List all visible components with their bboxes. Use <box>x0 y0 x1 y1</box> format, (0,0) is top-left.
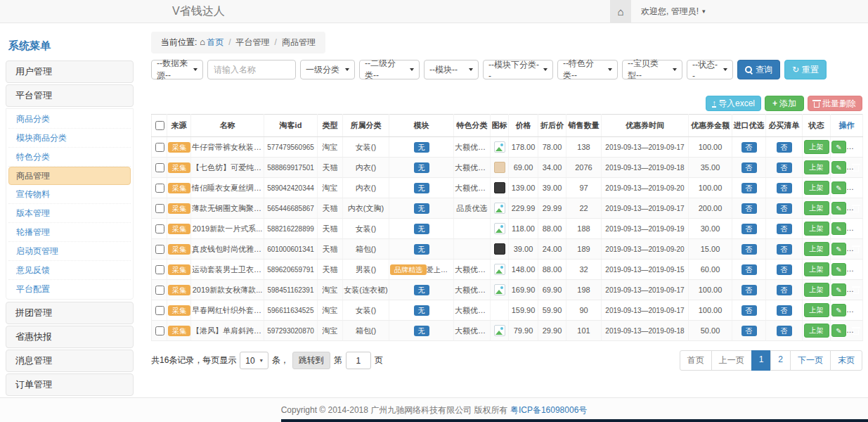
row-checkbox[interactable] <box>155 326 164 335</box>
sidebar-group-bottom-3[interactable]: 订单管理 <box>6 373 134 396</box>
must-buy-badge[interactable]: 否 <box>777 162 792 173</box>
import-select-badge[interactable]: 否 <box>741 326 757 336</box>
page-button-4[interactable]: 下一页 <box>790 350 831 371</box>
reset-button[interactable]: ↻重置 <box>784 60 827 79</box>
module-select[interactable]: --模块-- <box>424 60 479 79</box>
sidebar-group-bottom-1[interactable]: 省惠快报 <box>6 326 134 348</box>
must-buy-badge[interactable]: 否 <box>777 183 792 193</box>
edit-button[interactable]: ✎ <box>831 181 846 194</box>
product-type: 天猫 <box>318 219 343 239</box>
select-all-checkbox[interactable] <box>155 121 164 130</box>
import-select-badge[interactable]: 否 <box>741 162 757 173</box>
edit-button[interactable]: ✎ <box>831 222 846 235</box>
must-buy-badge[interactable]: 否 <box>777 224 792 234</box>
status-button[interactable]: 上架 <box>804 181 829 195</box>
level1-category-select[interactable]: 一级分类 <box>300 60 355 79</box>
row-checkbox[interactable] <box>155 286 164 295</box>
status-select[interactable]: --状态-- <box>687 60 733 79</box>
item-type-select[interactable]: --宝贝类型-- <box>622 60 682 79</box>
page-button-3[interactable]: 2 <box>770 350 791 371</box>
edit-button[interactable]: ✎ <box>831 202 846 215</box>
row-checkbox[interactable] <box>155 204 164 213</box>
status-button[interactable]: 上架 <box>804 160 829 174</box>
feature-category-select[interactable]: --特色分类-- <box>557 60 618 79</box>
row-checkbox[interactable] <box>155 143 164 152</box>
must-buy-badge[interactable]: 否 <box>777 285 792 295</box>
import-select-badge[interactable]: 否 <box>741 305 757 316</box>
import-select-badge[interactable]: 否 <box>741 224 757 234</box>
edit-button[interactable]: ✎ <box>831 304 846 316</box>
import-select-badge[interactable]: 否 <box>741 285 757 295</box>
edit-button[interactable]: ✎ <box>831 161 846 174</box>
sidebar-subitem-3[interactable]: 商品管理 <box>8 167 131 185</box>
import-excel-button[interactable]: ↑导入excel <box>706 96 761 111</box>
row-checkbox[interactable] <box>155 224 164 234</box>
status-button[interactable]: 上架 <box>804 303 829 317</box>
sidebar-subitem-0[interactable]: 商品分类 <box>8 110 131 129</box>
edit-button[interactable]: ✎ <box>831 141 846 153</box>
price: 69.00 <box>509 158 538 178</box>
search-button[interactable]: 查询 <box>737 60 780 79</box>
must-buy-badge[interactable]: 否 <box>777 264 792 275</box>
chevron-down-icon: ▾ <box>260 357 263 364</box>
sidebar-subitem-5[interactable]: 版本管理 <box>8 204 131 223</box>
page-button-2[interactable]: 1 <box>751 350 772 371</box>
status-button[interactable]: 上架 <box>804 222 829 236</box>
status-button[interactable]: 上架 <box>804 262 829 276</box>
home-button[interactable]: ⌂ <box>610 0 631 23</box>
sidebar-group-bottom-2[interactable]: 消息管理 <box>6 350 134 372</box>
user-menu[interactable]: 欢迎您, 管理员! ▾ <box>641 6 706 18</box>
module-subcategory-select[interactable]: --模块下分类-- <box>483 60 553 79</box>
status-button[interactable]: 上架 <box>804 324 829 338</box>
batch-delete-button[interactable]: 批量删除 <box>808 96 862 111</box>
row-checkbox[interactable] <box>155 306 164 315</box>
icp-link[interactable]: 粤ICP备16098006号 <box>510 404 587 416</box>
sidebar-subitem-4[interactable]: 宣传物料 <box>8 185 131 204</box>
sidebar-group-user-management[interactable]: 用户管理 <box>6 60 134 83</box>
jump-page-input[interactable] <box>346 352 371 369</box>
level2-category-select[interactable]: --二级分类-- <box>359 60 420 79</box>
edit-button[interactable]: ✎ <box>831 263 846 276</box>
sidebar-subitem-7[interactable]: 启动页管理 <box>8 242 131 261</box>
status-button[interactable]: 上架 <box>804 283 829 297</box>
add-button[interactable]: +添加 <box>765 96 804 111</box>
status-button[interactable]: 上架 <box>804 201 829 215</box>
import-select-badge[interactable]: 否 <box>741 142 757 153</box>
jump-button[interactable]: 跳转到 <box>292 352 330 369</box>
sidebar-group-bottom-0[interactable]: 拼团管理 <box>6 302 134 324</box>
per-page-select[interactable]: 10▾ <box>240 352 268 369</box>
row-checkbox[interactable] <box>155 265 164 274</box>
import-select-badge[interactable]: 否 <box>741 203 757 214</box>
page-button-5[interactable]: 末页 <box>830 350 862 371</box>
page-button-0[interactable]: 首页 <box>680 350 712 371</box>
name-search-input[interactable] <box>207 60 296 79</box>
must-buy-badge[interactable]: 否 <box>777 142 792 153</box>
sidebar-subitem-8[interactable]: 意见反馈 <box>8 261 131 280</box>
row-checkbox[interactable] <box>155 163 164 172</box>
import-select-badge[interactable]: 否 <box>741 244 757 255</box>
must-buy-badge[interactable]: 否 <box>777 244 792 255</box>
sidebar-subitem-2[interactable]: 特色分类 <box>8 148 131 167</box>
source-filter-select[interactable]: --数据来源-- <box>151 60 203 79</box>
status-button[interactable]: 上架 <box>804 140 829 154</box>
status-button[interactable]: 上架 <box>804 242 829 256</box>
product-category: 内衣() <box>343 158 389 178</box>
page-button-1[interactable]: 上一页 <box>711 350 752 371</box>
breadcrumb-home-link[interactable]: 首页 <box>207 37 224 47</box>
sidebar-subitem-1[interactable]: 模块商品分类 <box>8 129 131 148</box>
module-badge: 无 <box>414 285 429 295</box>
sidebar-subitem-6[interactable]: 轮播管理 <box>8 223 131 242</box>
import-select-badge[interactable]: 否 <box>741 264 757 275</box>
edit-button[interactable]: ✎ <box>831 243 846 255</box>
must-buy-badge[interactable]: 否 <box>777 305 792 316</box>
sidebar-subitem-9[interactable]: 平台配置 <box>8 280 131 298</box>
sidebar-group-platform-management[interactable]: 平台管理 <box>6 84 134 107</box>
row-checkbox[interactable] <box>155 184 164 193</box>
column-header-8: 价格 <box>509 115 538 137</box>
must-buy-badge[interactable]: 否 <box>777 203 792 214</box>
import-select-badge[interactable]: 否 <box>741 183 757 193</box>
edit-button[interactable]: ✎ <box>831 324 846 337</box>
must-buy-badge[interactable]: 否 <box>777 326 792 336</box>
edit-button[interactable]: ✎ <box>831 283 846 296</box>
row-checkbox[interactable] <box>155 245 164 254</box>
